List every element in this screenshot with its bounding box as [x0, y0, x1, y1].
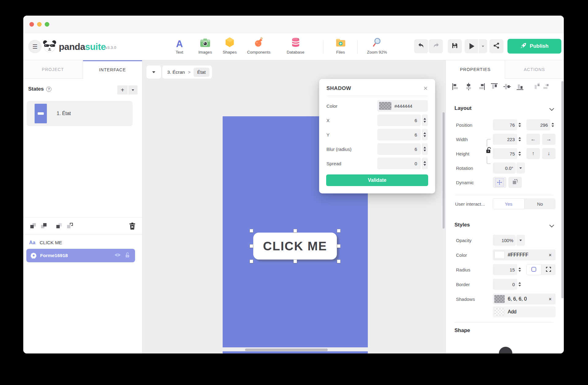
- tool-database[interactable]: Database: [284, 38, 307, 54]
- next-screen-artboard[interactable]: [223, 351, 368, 353]
- redo-button[interactable]: [429, 39, 443, 53]
- validate-button[interactable]: Validate: [326, 174, 428, 186]
- preview-play-button[interactable]: [465, 39, 478, 53]
- tab-interface[interactable]: INTERFACE: [83, 60, 142, 79]
- width-input[interactable]: 223: [493, 134, 517, 145]
- tab-actions[interactable]: ACTIONS: [505, 60, 564, 79]
- hamburger-menu-button[interactable]: ☰: [28, 40, 42, 53]
- states-options-button[interactable]: [128, 85, 138, 95]
- shape-section-header[interactable]: Shape: [454, 327, 470, 334]
- resize-handle-middle-right[interactable]: [337, 244, 341, 248]
- tool-zoom[interactable]: Zoom 92%: [363, 38, 391, 54]
- shadow-swatch[interactable]: [494, 295, 505, 303]
- tab-properties[interactable]: PROPERTIES: [446, 60, 505, 79]
- clear-color-icon[interactable]: ✕: [548, 253, 552, 257]
- breadcrumb-dropdown-button[interactable]: [146, 65, 161, 79]
- width-stepper[interactable]: [517, 134, 522, 145]
- dynamic-move-button[interactable]: [493, 177, 506, 188]
- nudge-down-button[interactable]: ↓: [542, 148, 556, 159]
- radius-input[interactable]: 15: [493, 264, 517, 275]
- bring-forward-icon[interactable]: [29, 222, 37, 230]
- breadcrumb-screen[interactable]: 3. Écran: [167, 69, 185, 75]
- position-x-input[interactable]: 76: [493, 119, 517, 130]
- tool-images[interactable]: Images: [193, 38, 217, 54]
- tool-text[interactable]: A Text: [168, 38, 191, 54]
- shadows-input[interactable]: 6, 6, 6, 0 ✕: [493, 293, 556, 305]
- align-middle-vertical-icon[interactable]: [503, 83, 511, 90]
- align-left-icon[interactable]: [452, 83, 459, 90]
- tool-shapes[interactable]: Shapes: [218, 38, 242, 54]
- resize-handle-middle-left[interactable]: [250, 244, 253, 248]
- resize-handle-bottom-center[interactable]: [293, 260, 297, 263]
- shadow-spread-input[interactable]: 0: [377, 158, 421, 169]
- radius-uniform-option[interactable]: [526, 264, 541, 275]
- visibility-eye-icon[interactable]: [114, 253, 121, 258]
- tab-project[interactable]: PROJECT: [23, 60, 83, 79]
- border-input[interactable]: 0: [493, 279, 517, 290]
- height-stepper[interactable]: [517, 148, 522, 159]
- fill-color-input[interactable]: #FFFFFF ✕: [493, 249, 556, 260]
- opacity-input[interactable]: 100%: [493, 235, 516, 246]
- close-window-button[interactable]: [29, 22, 34, 27]
- preview-options-button[interactable]: [479, 39, 487, 53]
- layer-item-text[interactable]: Aa CLICK ME: [26, 237, 135, 248]
- dynamic-resize-button[interactable]: [508, 177, 522, 188]
- layout-section-header[interactable]: Layout: [454, 105, 553, 111]
- tool-files[interactable]: Files: [329, 38, 352, 54]
- save-button[interactable]: [448, 39, 462, 53]
- remove-shadow-icon[interactable]: ✕: [548, 297, 552, 301]
- position-y-input[interactable]: 296: [526, 119, 550, 130]
- maximize-window-button[interactable]: [45, 22, 49, 27]
- shadow-color-input[interactable]: #444444: [377, 100, 428, 112]
- align-center-horizontal-icon[interactable]: [465, 83, 472, 90]
- rotation-input[interactable]: 0.0°: [493, 163, 516, 174]
- color-swatch[interactable]: [494, 251, 505, 259]
- add-shadow-button[interactable]: Add: [493, 306, 556, 317]
- align-right-icon[interactable]: [478, 83, 485, 90]
- shadow-spread-stepper[interactable]: [422, 158, 428, 169]
- user-interaction-no[interactable]: No: [525, 198, 556, 209]
- vertical-scrollbar[interactable]: [443, 112, 445, 229]
- selected-shape-element[interactable]: CLICK ME: [253, 233, 337, 260]
- rotation-dropdown[interactable]: [516, 163, 525, 174]
- resize-handle-top-right[interactable]: [337, 229, 341, 233]
- undo-button[interactable]: [414, 39, 428, 53]
- shadow-x-input[interactable]: 6: [377, 114, 421, 126]
- help-icon[interactable]: ?: [46, 87, 51, 92]
- share-button[interactable]: [489, 39, 503, 53]
- nudge-left-button[interactable]: ←: [526, 134, 540, 145]
- shadow-y-stepper[interactable]: [422, 129, 428, 140]
- send-backward-icon[interactable]: [55, 222, 63, 230]
- opacity-dropdown[interactable]: [516, 235, 525, 246]
- tool-components[interactable]: Components: [245, 38, 273, 54]
- position-y-stepper[interactable]: [550, 119, 556, 130]
- resize-handle-top-center[interactable]: [293, 229, 297, 233]
- delete-layer-button[interactable]: [129, 222, 136, 230]
- send-to-back-icon[interactable]: [66, 222, 74, 230]
- publish-button[interactable]: Publish: [507, 39, 561, 54]
- close-icon[interactable]: ✕: [423, 85, 428, 92]
- distribute-vertical-icon[interactable]: [542, 83, 550, 90]
- distribute-horizontal-icon[interactable]: [533, 83, 541, 90]
- resize-handle-bottom-left[interactable]: [250, 260, 253, 263]
- nudge-up-button[interactable]: ↑: [526, 148, 540, 159]
- styles-section-header[interactable]: Styles: [454, 222, 553, 228]
- shadow-blur-input[interactable]: 6: [377, 143, 421, 155]
- color-swatch[interactable]: [379, 102, 391, 110]
- shadow-y-input[interactable]: 6: [377, 129, 421, 140]
- height-input[interactable]: 75: [493, 148, 517, 159]
- bring-to-front-icon[interactable]: [40, 222, 47, 230]
- resize-handle-top-left[interactable]: [250, 229, 253, 233]
- border-stepper[interactable]: [517, 279, 522, 290]
- layer-item-shape-selected[interactable]: Forme16918: [26, 249, 135, 262]
- shadow-blur-stepper[interactable]: [422, 143, 428, 155]
- user-interaction-yes[interactable]: Yes: [493, 198, 525, 209]
- horizontal-scrollbar[interactable]: [245, 349, 328, 351]
- align-top-icon[interactable]: [491, 83, 498, 90]
- add-state-button[interactable]: +: [117, 85, 128, 95]
- shadow-x-stepper[interactable]: [422, 114, 428, 126]
- align-bottom-icon[interactable]: [516, 83, 524, 90]
- breadcrumb-state[interactable]: État: [194, 68, 209, 77]
- resize-handle-bottom-right[interactable]: [337, 260, 341, 263]
- radius-corners-option[interactable]: [541, 264, 556, 275]
